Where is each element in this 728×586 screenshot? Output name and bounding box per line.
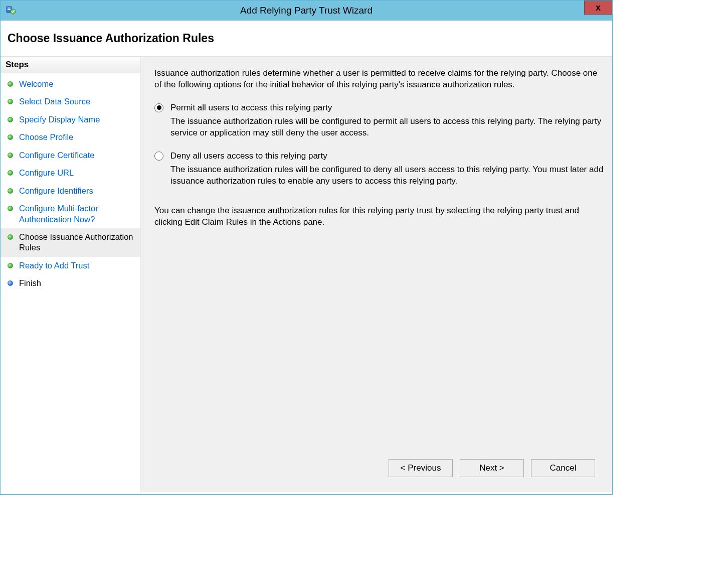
step-item[interactable]: Welcome xyxy=(1,75,140,93)
step-label: Specify Display Name xyxy=(19,114,134,125)
option-permit-desc: The issuance authorization rules will be… xyxy=(170,116,604,139)
option-deny-desc: The issuance authorization rules will be… xyxy=(170,164,604,187)
step-item: Choose Issuance Authorization Rules xyxy=(1,228,140,257)
step-bullet-icon xyxy=(8,188,13,194)
button-row: < Previous Next > Cancel xyxy=(154,454,604,486)
step-bullet-icon xyxy=(8,263,13,268)
intro-text: Issuance authorization rules determine w… xyxy=(154,68,604,91)
step-bullet-icon xyxy=(8,206,13,211)
step-bullet-icon xyxy=(8,81,13,87)
radio-deny[interactable] xyxy=(154,152,163,161)
step-item[interactable]: Specify Display Name xyxy=(1,111,140,128)
svg-rect-1 xyxy=(8,8,11,9)
radio-permit[interactable] xyxy=(154,103,163,112)
step-label: Select Data Source xyxy=(19,96,134,107)
content-panel: Issuance authorization rules determine w… xyxy=(141,57,612,492)
close-button[interactable]: x xyxy=(584,1,612,15)
step-label: Choose Issuance Authorization Rules xyxy=(19,232,134,253)
app-icon xyxy=(6,5,17,16)
step-label: Configure Identifiers xyxy=(19,186,134,196)
step-item: Finish xyxy=(1,274,140,292)
step-bullet-icon xyxy=(8,134,13,140)
steps-header: Steps xyxy=(1,57,140,73)
steps-panel: Steps WelcomeSelect Data SourceSpecify D… xyxy=(1,57,141,492)
page-title: Choose Issuance Authorization Rules xyxy=(8,32,605,45)
step-label: Finish xyxy=(19,278,134,288)
step-label: Welcome xyxy=(19,79,134,89)
close-icon: x xyxy=(596,3,601,13)
option-permit-row[interactable]: Permit all users to access this relying … xyxy=(154,103,604,113)
next-button[interactable]: Next > xyxy=(460,459,524,477)
option-deny: Deny all users access to this relying pa… xyxy=(154,151,604,187)
svg-rect-2 xyxy=(8,9,11,10)
step-item[interactable]: Choose Profile xyxy=(1,128,140,146)
step-bullet-icon xyxy=(8,170,13,176)
window-title: Add Relying Party Trust Wizard xyxy=(1,5,612,16)
option-permit-label: Permit all users to access this relying … xyxy=(170,103,332,113)
step-label: Configure Multi-factor Authentication No… xyxy=(19,203,134,225)
option-deny-row[interactable]: Deny all users access to this relying pa… xyxy=(154,151,604,161)
step-item[interactable]: Configure Identifiers xyxy=(1,182,140,200)
step-label: Configure Certificate xyxy=(19,150,134,161)
previous-button[interactable]: < Previous xyxy=(389,459,453,477)
step-label: Configure URL xyxy=(19,168,134,178)
steps-list: WelcomeSelect Data SourceSpecify Display… xyxy=(1,73,140,292)
step-item[interactable]: Ready to Add Trust xyxy=(1,257,140,274)
step-label: Ready to Add Trust xyxy=(19,260,134,271)
wizard-body: Steps WelcomeSelect Data SourceSpecify D… xyxy=(1,57,612,492)
step-item[interactable]: Configure Multi-factor Authentication No… xyxy=(1,200,140,228)
option-permit: Permit all users to access this relying … xyxy=(154,103,604,139)
step-bullet-icon xyxy=(8,153,13,158)
step-label: Choose Profile xyxy=(19,132,134,142)
step-bullet-icon xyxy=(8,117,13,122)
wizard-window: Add Relying Party Trust Wizard x Choose … xyxy=(0,0,613,495)
step-item[interactable]: Configure URL xyxy=(1,164,140,182)
footnote-text: You can change the issuance authorizatio… xyxy=(154,205,604,228)
step-bullet-icon xyxy=(8,99,13,104)
step-bullet-icon xyxy=(8,280,13,286)
titlebar: Add Relying Party Trust Wizard x xyxy=(1,1,612,21)
cancel-button[interactable]: Cancel xyxy=(531,459,595,477)
content-inner: Issuance authorization rules determine w… xyxy=(154,68,604,454)
step-bullet-icon xyxy=(8,234,13,240)
step-item[interactable]: Configure Certificate xyxy=(1,146,140,164)
option-deny-label: Deny all users access to this relying pa… xyxy=(170,151,327,161)
page-header: Choose Issuance Authorization Rules xyxy=(1,21,612,57)
step-item[interactable]: Select Data Source xyxy=(1,93,140,110)
